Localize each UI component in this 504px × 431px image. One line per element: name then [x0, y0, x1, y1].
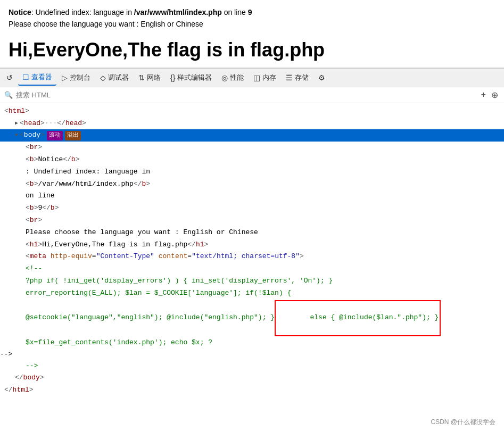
toolbar-item-network[interactable]: ⇅ 网络	[134, 70, 165, 86]
page-heading: Hi,EveryOne,The flag is in flag.php	[0, 35, 504, 68]
notice-line1: Notice: Undefined index: language in /va…	[9, 6, 495, 18]
tree-line-head[interactable]: ▶ <head>···</head>	[0, 118, 504, 130]
badge-overflow: 溢出	[65, 131, 81, 140]
tree-line-meta[interactable]: <meta http-equiv="Content-Type" content=…	[0, 251, 504, 263]
network-icon: ⇅	[138, 73, 145, 82]
tree-line-html-close[interactable]: </html>	[0, 384, 504, 396]
pick-button[interactable]: ⊕	[490, 90, 500, 100]
tree-line-comment-open[interactable]: <!--	[0, 263, 504, 275]
html-tree: <html> ▶ <head>···</head> ▼ <body> 滚动 溢出…	[0, 103, 504, 399]
search-bar: 🔍 + ⊕	[0, 87, 504, 103]
console-label: 控制台	[70, 73, 90, 82]
toolbar-item-refresh[interactable]: ↺	[2, 70, 17, 86]
tree-line-html[interactable]: <html>	[0, 105, 504, 118]
storage-label: 存储	[295, 73, 309, 82]
notice-line-number: 9	[248, 8, 252, 16]
tree-line-choose-text[interactable]: Please choose the language you want : En…	[0, 227, 504, 239]
notice-mid-text: : Undefined index: language in	[31, 8, 134, 16]
tree-line-br1[interactable]: <br>	[0, 142, 504, 154]
tree-line-body[interactable]: ▼ <body> 滚动 溢出	[0, 129, 504, 142]
inspector-label: 查看器	[31, 72, 52, 82]
tree-line-notice-b[interactable]: <b>Notice</b>	[0, 154, 504, 166]
notice-bold-label: Notice	[9, 8, 31, 16]
notice-line-label: on line	[222, 8, 248, 16]
badge-scroll: 滚动	[47, 131, 63, 140]
tree-line-undefined-text[interactable]: : Undefined index: language in	[0, 166, 504, 178]
toolbar-item-console[interactable]: ▷ 控制台	[57, 70, 95, 86]
add-button[interactable]: +	[480, 90, 488, 100]
notice-area: Notice: Undefined index: language in /va…	[0, 0, 504, 35]
toolbar-item-performance[interactable]: ◎ 性能	[217, 70, 248, 86]
search-icon: 🔍	[4, 91, 13, 99]
inspector-icon: ☐	[22, 73, 29, 81]
memory-icon: ◫	[253, 73, 260, 82]
tree-line-php2[interactable]: error_reporting(E_ALL); $lan = $_COOKIE[…	[0, 287, 504, 300]
tree-line-filepath-b[interactable]: <b>/var/www/html/index.php</b>	[0, 178, 504, 190]
tree-line-oneline-text[interactable]: on line	[0, 190, 504, 202]
else-highlighted: else { @include($lan.".php"); }	[275, 300, 441, 336]
tree-line-br2[interactable]: <br>	[0, 214, 504, 227]
notice-line2: Please choose the language you want : En…	[9, 18, 495, 30]
tree-line-php3[interactable]: @setcookie("language","english"); @inclu…	[0, 300, 504, 337]
style-editor-icon: {}	[170, 73, 175, 82]
devtools-toolbar: ↺ ☐ 查看器 ▷ 控制台 ◇ 调试器 ⇅ 网络 {} 样式编辑器 ◎ 性能 ◫…	[0, 68, 504, 87]
head-triangle[interactable]: ▶	[15, 119, 18, 128]
toolbar-item-memory[interactable]: ◫ 内存	[249, 70, 280, 86]
footer: CSDN @什么都没学会	[431, 418, 495, 427]
network-label: 网络	[147, 73, 161, 82]
refresh-icon: ↺	[6, 73, 13, 82]
notice-file-path: /var/www/html/index.php	[134, 8, 222, 16]
performance-label: 性能	[230, 73, 244, 82]
memory-label: 内存	[262, 73, 276, 82]
style-editor-label: 样式编辑器	[177, 73, 212, 82]
tree-line-php4[interactable]: $x=file_get_contents('index.php'); echo …	[0, 337, 504, 349]
storage-icon: ☰	[286, 73, 293, 82]
tree-line-comment-close[interactable]: -->	[0, 360, 504, 372]
toolbar-item-more[interactable]: ⚙	[314, 70, 329, 86]
debugger-icon: ◇	[100, 73, 106, 82]
more-icon: ⚙	[318, 73, 325, 82]
debugger-label: 调试器	[108, 73, 129, 82]
toolbar-item-debugger[interactable]: ◇ 调试器	[96, 70, 133, 86]
search-html-input[interactable]	[16, 91, 476, 99]
tree-line-h1[interactable]: <h1>Hi,EveryOne,The flag is in flag.php<…	[0, 239, 504, 251]
tree-line-linenumber-b[interactable]: <b>9</b>	[0, 202, 504, 214]
search-actions: + ⊕	[480, 90, 500, 100]
toolbar-item-inspector[interactable]: ☐ 查看器	[18, 70, 56, 86]
performance-icon: ◎	[221, 73, 228, 82]
tree-line-body-close[interactable]: </body>	[0, 372, 504, 384]
toolbar-item-storage[interactable]: ☰ 存储	[282, 70, 313, 86]
toolbar-item-style-editor[interactable]: {} 样式编辑器	[166, 70, 216, 86]
console-icon: ▷	[62, 73, 68, 82]
devtools-panel: ↺ ☐ 查看器 ▷ 控制台 ◇ 调试器 ⇅ 网络 {} 样式编辑器 ◎ 性能 ◫…	[0, 68, 504, 399]
tree-line-php1[interactable]: ?php if( !ini_get('display_errors') ) { …	[0, 275, 504, 287]
body-triangle[interactable]: ▼	[15, 131, 18, 140]
